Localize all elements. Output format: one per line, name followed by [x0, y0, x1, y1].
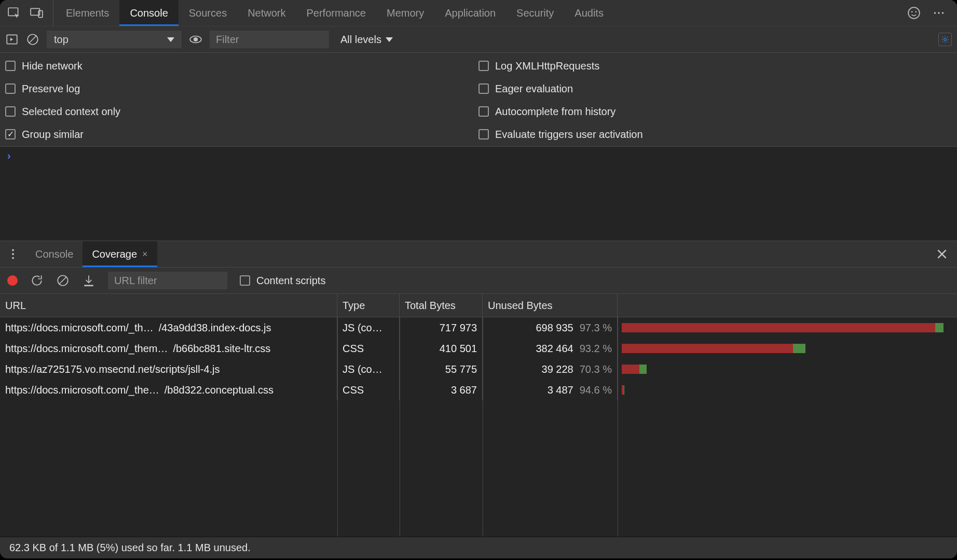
svg-point-5: [915, 11, 916, 12]
drawer-more-icon[interactable]: [6, 247, 20, 261]
cell-url: https://az725175.vo.msecnd.net/scripts/j…: [0, 359, 337, 380]
tab-audits[interactable]: Audits: [564, 0, 614, 26]
smiley-icon[interactable]: [907, 6, 921, 20]
console-prompt-area[interactable]: ›: [0, 147, 957, 241]
cell-total: 410 501: [400, 338, 483, 359]
device-toolbar-icon[interactable]: [30, 6, 44, 20]
more-menu-icon[interactable]: [932, 6, 946, 20]
setting-selected-context-only[interactable]: Selected context only: [5, 104, 478, 119]
checkbox-icon: [478, 83, 489, 94]
tab-elements[interactable]: Elements: [56, 0, 119, 26]
drawer-tab-coverage[interactable]: Coverage×: [83, 241, 157, 267]
cell-usage-bar: [618, 359, 957, 380]
setting-evaluate-triggers-user-activation[interactable]: Evaluate triggers user activation: [478, 127, 952, 142]
checkbox-icon: [478, 106, 489, 117]
svg-point-6: [934, 12, 936, 13]
setting-group-similar[interactable]: Group similar: [5, 127, 478, 142]
inspect-element-icon[interactable]: [7, 6, 21, 20]
tab-application[interactable]: Application: [434, 0, 506, 26]
tab-performance[interactable]: Performance: [296, 0, 377, 26]
content-scripts-checkbox[interactable]: Content scripts: [240, 273, 325, 288]
console-settings-button[interactable]: [938, 33, 952, 46]
context-selector[interactable]: top: [47, 31, 182, 48]
cell-url: https://docs.microsoft.com/_them…/b66bc8…: [0, 338, 337, 359]
setting-label: Preserve log: [22, 83, 80, 95]
tab-network[interactable]: Network: [237, 0, 296, 26]
drawer-tab-console[interactable]: Console: [26, 241, 83, 267]
export-coverage-button[interactable]: [82, 274, 95, 287]
column-header[interactable]: Total Bytes: [400, 294, 483, 317]
svg-point-15: [12, 249, 14, 251]
svg-line-11: [30, 36, 36, 43]
cell-unused: 3 48794.6 %: [483, 380, 618, 400]
table-header-row: URLTypeTotal BytesUnused Bytes: [0, 294, 957, 317]
cell-total: 55 775: [400, 359, 483, 380]
cell-type: JS (co…: [337, 359, 400, 380]
coverage-status-bar: 62.3 KB of 1.1 MB (5%) used so far. 1.1 …: [0, 537, 957, 558]
console-filter-input[interactable]: [210, 31, 329, 48]
setting-log-xmlhttprequests[interactable]: Log XMLHttpRequests: [478, 58, 952, 74]
svg-point-17: [12, 257, 14, 259]
cell-url: https://docs.microsoft.com/_th…/43a9dd38…: [0, 317, 337, 338]
column-header[interactable]: Type: [337, 294, 400, 317]
tab-memory[interactable]: Memory: [376, 0, 434, 26]
table-row[interactable]: https://docs.microsoft.com/_th…/43a9dd38…: [0, 317, 957, 338]
table-row[interactable]: https://docs.microsoft.com/_the…/b8d322.…: [0, 380, 957, 400]
cell-usage-bar: [618, 380, 957, 400]
checkbox-icon: [5, 83, 16, 94]
tab-sources[interactable]: Sources: [179, 0, 237, 26]
chevron-down-icon: [386, 37, 393, 42]
column-header[interactable]: [618, 294, 957, 317]
svg-point-3: [908, 7, 920, 19]
setting-label: Hide network: [22, 60, 83, 72]
cell-type: CSS: [337, 380, 400, 400]
checkbox-icon: [478, 61, 489, 71]
table-row[interactable]: https://az725175.vo.msecnd.net/scripts/j…: [0, 359, 957, 380]
setting-autocomplete-from-history[interactable]: Autocomplete from history: [478, 104, 952, 119]
svg-point-4: [912, 11, 912, 12]
checkbox-icon: [240, 275, 250, 286]
svg-line-21: [60, 277, 66, 284]
console-settings-panel: Hide networkLog XMLHttpRequestsPreserve …: [0, 53, 957, 147]
clear-coverage-button[interactable]: [56, 274, 70, 287]
close-icon[interactable]: ×: [142, 249, 148, 260]
column-header[interactable]: URL: [0, 294, 337, 317]
cell-unused: 39 22870.3 %: [483, 359, 618, 380]
top-tab-strip: ElementsConsoleSourcesNetworkPerformance…: [0, 0, 957, 26]
cell-unused: 382 46493.2 %: [483, 338, 618, 359]
table-row[interactable]: https://docs.microsoft.com/_them…/b66bc8…: [0, 338, 957, 359]
reload-button[interactable]: [30, 274, 44, 287]
cell-total: 717 973: [400, 317, 483, 338]
coverage-toolbar: Content scripts: [0, 268, 957, 294]
column-header[interactable]: Unused Bytes: [483, 294, 618, 317]
console-toolbar: top All levels: [0, 26, 957, 53]
context-selector-value: top: [54, 34, 69, 46]
checkbox-icon: [5, 106, 16, 117]
setting-hide-network[interactable]: Hide network: [5, 58, 478, 74]
prompt-caret-icon: ›: [7, 150, 11, 161]
svg-point-13: [194, 38, 198, 41]
cell-unused: 698 93597.3 %: [483, 317, 618, 338]
log-levels-dropdown[interactable]: All levels: [340, 34, 393, 46]
setting-label: Eager evaluation: [495, 83, 573, 95]
log-levels-label: All levels: [340, 34, 381, 46]
cell-usage-bar: [618, 317, 957, 338]
drawer-tab-strip: ConsoleCoverage×: [0, 241, 957, 268]
toggle-console-sidebar-icon[interactable]: [5, 33, 19, 46]
record-button[interactable]: [7, 275, 18, 286]
tab-security[interactable]: Security: [506, 0, 564, 26]
setting-label: Group similar: [22, 129, 84, 141]
setting-preserve-log[interactable]: Preserve log: [5, 81, 478, 96]
coverage-table: URLTypeTotal BytesUnused Bytes https://d…: [0, 294, 957, 537]
live-expression-icon[interactable]: [189, 33, 202, 46]
chevron-down-icon: [167, 37, 174, 42]
url-filter-input[interactable]: [108, 272, 227, 289]
drawer-tab-label: Console: [35, 248, 73, 260]
setting-eager-evaluation[interactable]: Eager evaluation: [478, 81, 952, 96]
record-icon: [7, 275, 18, 286]
tab-console[interactable]: Console: [119, 0, 178, 26]
close-drawer-button[interactable]: [935, 247, 949, 261]
setting-label: Log XMLHttpRequests: [495, 60, 599, 72]
clear-console-icon[interactable]: [26, 33, 39, 46]
checkbox-icon: [5, 61, 16, 71]
